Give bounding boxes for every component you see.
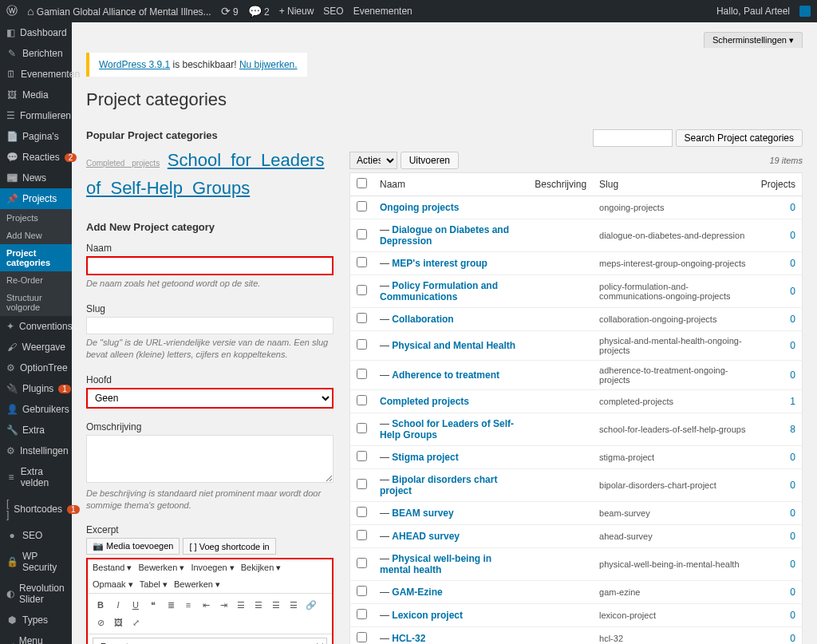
- col-count[interactable]: Projects: [755, 173, 803, 196]
- row-checkbox[interactable]: [357, 257, 367, 267]
- slug-input[interactable]: [86, 317, 334, 334]
- avatar[interactable]: [799, 6, 811, 17]
- sidebar-item-wp-security[interactable]: 🔒WP Security: [0, 546, 72, 578]
- sidebar-item-projects[interactable]: 📌Projects: [0, 188, 72, 209]
- row-count-link[interactable]: 0: [790, 480, 795, 491]
- tinymce-format-select[interactable]: Formaten ▾: [93, 638, 327, 644]
- row-count-link[interactable]: 0: [790, 230, 795, 241]
- row-checkbox[interactable]: [357, 507, 367, 517]
- tinymce-menu[interactable]: Bewerken ▾: [174, 579, 220, 590]
- row-name-link[interactable]: Physical well-being in mental health: [380, 553, 491, 575]
- sidebar-item-revolution-slider[interactable]: ◐Revolution Slider: [0, 578, 72, 610]
- sidebar-sub-project-categories[interactable]: Project categories: [0, 244, 72, 271]
- row-checkbox[interactable]: [357, 423, 367, 433]
- sidebar-item-evenementen[interactable]: 🗓Evenementen: [0, 64, 72, 85]
- select-all-top[interactable]: [357, 178, 367, 188]
- tinymce-menu[interactable]: Opmaak ▾: [93, 579, 133, 590]
- sidebar-item-seo[interactable]: ●SEO: [0, 525, 72, 546]
- link-button[interactable]: 🔗: [303, 597, 319, 613]
- tinymce-menu[interactable]: Bestand ▾: [93, 563, 132, 573]
- row-checkbox[interactable]: [357, 285, 367, 295]
- comments-link[interactable]: 💬 2: [248, 5, 270, 18]
- row-name-link[interactable]: Dialogue on Diabetes and Depression: [380, 224, 509, 247]
- sidebar-item-berichten[interactable]: ✎Berichten: [0, 43, 72, 64]
- row-name-link[interactable]: Physical and Mental Health: [392, 340, 515, 351]
- row-checkbox[interactable]: [357, 530, 367, 540]
- bulk-action-select-top[interactable]: Acties: [349, 152, 397, 169]
- tinymce-menu[interactable]: Bekijken ▾: [241, 563, 282, 573]
- row-count-link[interactable]: 0: [790, 340, 795, 351]
- user-greeting[interactable]: Hallo, Paul Arteel: [716, 6, 790, 17]
- row-name-link[interactable]: MEP's interest group: [392, 258, 487, 269]
- tag-school[interactable]: School for Leaders of Self-Help Groups: [86, 150, 324, 198]
- row-count-link[interactable]: 0: [790, 559, 795, 570]
- sidebar-item-menu-invouwen[interactable]: ◀Menu invouwen: [0, 630, 72, 644]
- row-count-link[interactable]: 8: [790, 424, 795, 435]
- sidebar-item-gebruikers[interactable]: 👤Gebruikers: [0, 399, 72, 420]
- row-count-link[interactable]: 0: [790, 508, 795, 519]
- updates-link[interactable]: ⟳ 9: [221, 5, 239, 18]
- row-checkbox[interactable]: [357, 451, 367, 461]
- row-count-link[interactable]: 0: [790, 452, 795, 463]
- update-now-link[interactable]: Nu bijwerken.: [239, 59, 298, 70]
- sidebar-item-news[interactable]: 📰News: [0, 168, 72, 188]
- italic-button[interactable]: I: [110, 597, 126, 613]
- row-name-link[interactable]: Policy Formulation and Communications: [380, 280, 498, 302]
- align-right-button[interactable]: ☰: [268, 597, 284, 613]
- row-name-link[interactable]: Ongoing projects: [380, 202, 459, 213]
- quote-button[interactable]: ❝: [145, 597, 161, 613]
- row-count-link[interactable]: 0: [790, 369, 795, 381]
- row-checkbox[interactable]: [357, 229, 367, 239]
- sidebar-item-formulieren[interactable]: ☰Formulieren: [0, 105, 72, 126]
- row-name-link[interactable]: School for Leaders of Self-Help Groups: [380, 418, 514, 441]
- sidebar-item-conventions[interactable]: ✦Conventions: [0, 316, 72, 337]
- underline-button[interactable]: U: [128, 597, 144, 613]
- ol-button[interactable]: ≡: [180, 597, 196, 613]
- row-count-link[interactable]: 0: [790, 587, 795, 598]
- sidebar-item-types[interactable]: ⬢Types: [0, 610, 72, 630]
- search-input[interactable]: [593, 129, 673, 147]
- sidebar-item-dashboard[interactable]: ◧Dashboard: [0, 22, 72, 43]
- row-count-link[interactable]: 0: [790, 202, 795, 213]
- row-count-link[interactable]: 0: [790, 314, 795, 325]
- row-name-link[interactable]: Bipolar disorders chart project: [380, 474, 497, 496]
- sidebar-sub-projects[interactable]: Projects: [0, 209, 72, 227]
- events-link[interactable]: Evenementen: [353, 6, 412, 17]
- tag-completed[interactable]: Completed projects: [86, 159, 160, 168]
- align-center-button[interactable]: ☰: [251, 597, 266, 613]
- row-checkbox[interactable]: [357, 558, 367, 568]
- row-checkbox[interactable]: [357, 369, 367, 379]
- row-name-link[interactable]: Completed projects: [380, 396, 469, 407]
- align-justify-button[interactable]: ☰: [286, 597, 302, 613]
- fullscreen-button[interactable]: ⤢: [128, 614, 144, 630]
- outdent-button[interactable]: ⇤: [198, 597, 214, 613]
- add-shortcode-button[interactable]: [ ] Voeg shortcode in: [183, 538, 275, 555]
- sidebar-item-weergave[interactable]: 🖌Weergave: [0, 337, 72, 358]
- row-name-link[interactable]: BEAM survey: [392, 508, 453, 519]
- align-left-button[interactable]: ☰: [233, 597, 249, 613]
- row-count-link[interactable]: 0: [790, 633, 795, 644]
- tinymce-menu[interactable]: Invoegen ▾: [191, 563, 234, 573]
- col-name[interactable]: Naam: [373, 173, 528, 196]
- search-button[interactable]: Search Project categories: [676, 129, 803, 147]
- row-checkbox[interactable]: [357, 632, 367, 642]
- bulk-apply-top[interactable]: Uitvoeren: [401, 152, 459, 169]
- indent-button[interactable]: ⇥: [215, 597, 231, 613]
- sidebar-sub-structuur-volgorde[interactable]: Structuur volgorde: [0, 289, 72, 316]
- row-name-link[interactable]: Collaboration: [392, 314, 453, 325]
- unlink-button[interactable]: ⊘: [93, 614, 109, 630]
- screen-options-toggle[interactable]: Scherminstellingen ▾: [704, 32, 803, 48]
- row-name-link[interactable]: HCL-32: [392, 633, 425, 644]
- sidebar-item-plugins[interactable]: 🔌Plugins1: [0, 378, 72, 399]
- sidebar-item-extra[interactable]: 🔧Extra: [0, 420, 72, 441]
- row-checkbox[interactable]: [357, 313, 367, 323]
- sidebar-item-media[interactable]: 🖼Media: [0, 85, 72, 105]
- row-checkbox[interactable]: [357, 339, 367, 350]
- row-name-link[interactable]: Adherence to treatment: [392, 369, 499, 381]
- col-desc[interactable]: Beschrijving: [528, 173, 593, 196]
- sidebar-item-reacties[interactable]: 💬Reacties2: [0, 147, 72, 168]
- row-count-link[interactable]: 0: [790, 286, 795, 297]
- sidebar-item-instellingen[interactable]: ⚙Instellingen: [0, 441, 72, 461]
- row-checkbox[interactable]: [357, 586, 367, 596]
- bold-button[interactable]: B: [93, 597, 109, 613]
